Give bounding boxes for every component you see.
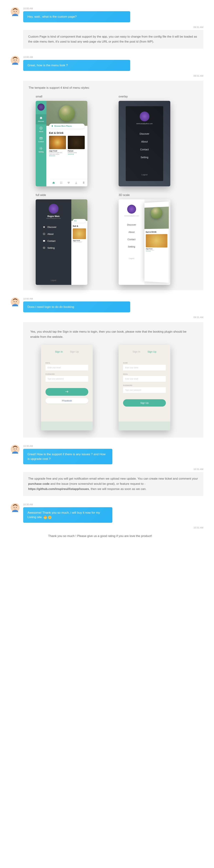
section-heading: Eat &: [71, 223, 87, 228]
heart-eyes-emoji: [44, 516, 47, 519]
user-avatar: [11, 445, 20, 454]
tab-signin[interactable]: Sign In: [55, 350, 63, 353]
menu-style-label: small: [36, 95, 108, 98]
svg-marker-11: [43, 226, 45, 228]
tab-signin[interactable]: Sign In: [133, 350, 140, 353]
menu-style-label: overlay: [118, 95, 191, 98]
user-icon[interactable]: [75, 181, 78, 184]
msg-time: 10:00 AM: [23, 56, 203, 58]
reply-message: Custom Page is kind of component that su…: [23, 30, 203, 49]
user-message: Awesome! Thank you so much, i will buy i…: [23, 507, 112, 523]
menu-item-contact[interactable]: Contact: [128, 236, 136, 243]
signin-button[interactable]: [46, 388, 88, 396]
user-email: minhcasa@yahoo.com: [124, 215, 139, 217]
name-field[interactable]: Enter your name: [123, 365, 166, 371]
signup-screen: Sign In Sign Up NAME Enter your name EMA…: [118, 345, 170, 430]
menu-item-setting[interactable]: Setting: [140, 153, 149, 161]
menu-item-discover[interactable]: Discover: [43, 224, 64, 230]
section-heading: Eat & Drink: [46, 129, 87, 136]
svg-point-18: [48, 516, 51, 519]
menu-item-setting[interactable]: Setting: [128, 243, 135, 250]
phone-overlay-menu: minhcasa@yahoo.com Discover About Contac…: [118, 101, 170, 186]
label-password: PASSWORD: [46, 373, 88, 375]
user-avatar: [11, 503, 20, 512]
password-field[interactable]: Type your password: [46, 376, 88, 382]
label-email: EMAIL: [46, 362, 88, 364]
svg-rect-9: [61, 183, 62, 184]
logout-button[interactable]: Logout: [141, 174, 148, 176]
sidebar-item-setting[interactable]: Setting: [36, 145, 46, 155]
signin-screen: Sign In Sign Up EMAIL Enter your email P…: [41, 345, 93, 430]
user-name: Rogov Mem: [48, 215, 59, 218]
login-gallery: Yes, you should tap the Sign in side men…: [23, 322, 203, 438]
sidebar-item-discover[interactable]: Discover: [36, 114, 46, 124]
food-card[interactable]: Jago FoodGourmet European and California…: [49, 136, 66, 157]
user-message: Does i need login to do do booking: [23, 302, 130, 312]
svg-rect-14: [43, 240, 45, 242]
avatar[interactable]: [127, 205, 136, 214]
hero-image: [71, 199, 87, 221]
phone-3d-menu: minhcasa@yahoo.com Discover About Contac…: [118, 199, 170, 285]
msg-time: 10:30 AM: [23, 503, 203, 506]
reply-time: 10:31 AM: [23, 526, 203, 529]
user-email: minhcasa@yahoo.com: [46, 218, 61, 219]
menu-item-contact[interactable]: Contact: [140, 146, 149, 153]
msg-time: 10:30 AM: [23, 445, 203, 447]
reply-message: The upgrade free and you will get notifi…: [23, 472, 203, 496]
gallery-title: The tempate is support 4 kind of menu st…: [29, 86, 198, 90]
avatar[interactable]: [37, 103, 45, 111]
home-icon[interactable]: [52, 181, 55, 184]
reply-time: 09:31 AM: [23, 26, 203, 29]
svg-point-5: [41, 148, 42, 149]
phone-fullwide-menu: Rogov Mem minhcasa@yahoo.com Discover iA…: [36, 199, 87, 285]
signup-button[interactable]: Sign Up: [123, 399, 166, 407]
logout-button[interactable]: Logout: [129, 257, 134, 259]
hero-image: [46, 101, 87, 126]
menu-item-contact[interactable]: Contact: [43, 238, 64, 244]
email-field[interactable]: Enter your email: [46, 365, 88, 371]
avatar[interactable]: [49, 204, 58, 214]
label-email: EMAIL: [123, 373, 166, 375]
heart-icon[interactable]: [67, 181, 70, 184]
avatar[interactable]: [140, 112, 150, 121]
browse-button[interactable]: Browse More Places: [49, 124, 85, 129]
user-message: Great, how is the menu look ?: [23, 60, 130, 71]
food-card[interactable]: Jago FoodGourmet European: [73, 228, 86, 243]
logout-button[interactable]: Logout: [51, 279, 56, 281]
browse-button[interactable]: Bro: [73, 219, 86, 223]
reply-message: Yes, you should tap the Sign in side men…: [30, 329, 196, 340]
svg-rect-7: [61, 182, 62, 183]
menu-item-discover[interactable]: Discover: [127, 221, 136, 228]
menu-item-about[interactable]: iAbout: [43, 230, 64, 238]
phone-small-menu: Discover About Contact Setting Browse Mo…: [36, 101, 87, 186]
label-password: PASSWORD: [123, 384, 166, 386]
menu-item-discover[interactable]: Discover: [140, 130, 149, 138]
label-name: NAME: [123, 362, 166, 364]
grid-icon[interactable]: [60, 181, 62, 184]
menu-item-about[interactable]: About: [141, 138, 148, 146]
food-card[interactable]: PaesanArtisanal cuisine★★★★★: [68, 136, 85, 157]
svg-rect-6: [60, 182, 61, 183]
email-field[interactable]: Enter your email: [123, 376, 166, 382]
sidebar-item-about[interactable]: About: [36, 124, 46, 134]
tab-signup[interactable]: Sign Up: [70, 350, 79, 353]
bookmark-icon[interactable]: [82, 181, 85, 184]
msg-time: 10:00 AM: [23, 297, 203, 300]
user-message: Great! How is the support if there is an…: [23, 449, 112, 464]
facebook-button[interactable]: f Facebook: [46, 398, 88, 404]
svg-point-10: [76, 182, 77, 183]
menu-style-label: 3D scale: [118, 193, 191, 197]
user-avatar: [11, 297, 20, 306]
password-field[interactable]: Type your password: [123, 387, 166, 393]
grin-emoji: [48, 516, 52, 519]
user-avatar: [11, 7, 20, 16]
menu-item-about[interactable]: About: [129, 228, 135, 236]
tab-signup[interactable]: Sign Up: [148, 350, 156, 353]
sidebar-item-contact[interactable]: Contact: [36, 134, 46, 145]
food-card[interactable]: Jago FoodGourmet European★★★★★: [146, 234, 167, 252]
reply-time: 09:31 AM: [23, 316, 203, 318]
menu-item-setting[interactable]: Setting: [43, 244, 64, 251]
user-message: Hey, wait.. what is the custom page?: [23, 11, 130, 22]
user-email: minhcasa@yahoo.com: [136, 123, 153, 125]
bottom-nav: [50, 179, 87, 186]
